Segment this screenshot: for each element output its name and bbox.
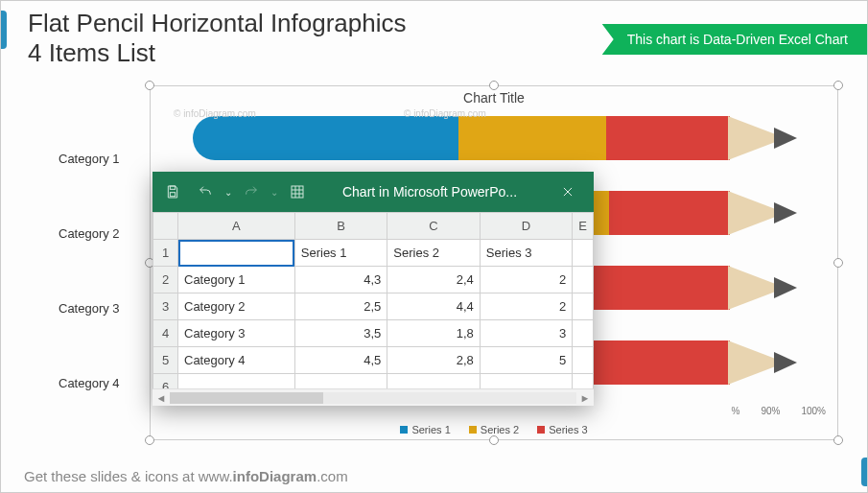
column-header[interactable]: E — [573, 213, 594, 240]
legend-item: Series 3 — [537, 424, 587, 435]
svg-rect-1 — [170, 193, 175, 197]
cell[interactable]: 1,8 — [387, 320, 481, 347]
excel-grid[interactable]: A B C D E 1 Series 1 Series 2 Series 3 2… — [152, 212, 594, 388]
cell[interactable]: 2,5 — [294, 293, 387, 320]
slide-subtitle: 4 Items List — [28, 38, 407, 68]
row-header[interactable]: 3 — [153, 293, 178, 320]
cell[interactable]: Category 1 — [178, 267, 295, 293]
datasheet-icon[interactable] — [281, 172, 314, 212]
slide-title: Flat Pencil Horizontal Infographics — [28, 9, 407, 38]
cell[interactable] — [573, 240, 594, 267]
watermark: © infoDiagram.com — [404, 108, 486, 119]
cell[interactable]: 2,4 — [387, 267, 481, 293]
select-all-cell[interactable] — [153, 213, 178, 240]
row-header[interactable]: 6 — [153, 374, 178, 389]
cell[interactable]: Category 3 — [178, 320, 295, 347]
cell[interactable]: 4,4 — [387, 293, 481, 320]
redo-dropdown-icon[interactable]: ⌄ — [268, 172, 281, 212]
watermark: © infoDiagram.com — [174, 108, 256, 119]
resize-handle[interactable] — [489, 435, 499, 445]
accent-bar-left — [1, 11, 7, 49]
scroll-track[interactable] — [170, 392, 576, 404]
category-label: Category 3 — [59, 270, 120, 345]
category-label: Category 2 — [59, 196, 120, 270]
legend-label: Series 2 — [481, 424, 519, 435]
scroll-thumb[interactable] — [170, 392, 323, 404]
cell[interactable] — [573, 347, 594, 374]
cell[interactable]: 4,5 — [294, 347, 387, 374]
cell[interactable]: Series 3 — [480, 240, 573, 267]
legend-swatch — [469, 426, 477, 434]
resize-handle[interactable] — [833, 258, 843, 268]
cell[interactable] — [387, 374, 481, 389]
cell[interactable]: 5 — [480, 347, 573, 374]
save-icon[interactable] — [156, 172, 189, 212]
slide-canvas: Flat Pencil Horizontal Infographics 4 It… — [0, 0, 868, 493]
cell[interactable]: Category 2 — [178, 293, 295, 320]
legend-label: Series 3 — [549, 424, 587, 435]
cell[interactable] — [573, 320, 594, 347]
legend-swatch — [400, 426, 408, 434]
cell[interactable]: Category 4 — [178, 347, 295, 374]
close-button[interactable] — [546, 172, 590, 212]
row-header[interactable]: 1 — [153, 240, 178, 267]
undo-icon[interactable] — [189, 172, 222, 212]
row-header[interactable]: 2 — [153, 267, 178, 293]
resize-handle[interactable] — [833, 81, 843, 90]
resize-handle[interactable] — [145, 435, 154, 445]
cell[interactable]: 4,3 — [294, 267, 387, 293]
x-axis-ticks: % 90% 100% — [732, 406, 827, 416]
row-header[interactable]: 4 — [153, 320, 178, 347]
cell[interactable]: 2,8 — [387, 347, 481, 374]
column-header[interactable]: A — [178, 213, 295, 240]
excel-window-title: Chart in Microsoft PowerPo... — [314, 184, 546, 200]
scroll-right-arrow-icon[interactable]: ► — [576, 392, 594, 404]
cell[interactable] — [294, 374, 387, 389]
legend-item: Series 2 — [469, 424, 519, 435]
svg-rect-2 — [292, 186, 303, 198]
cell[interactable]: Series 1 — [294, 240, 387, 267]
resize-handle[interactable] — [145, 81, 154, 90]
footer-brand: infoDiagram — [233, 468, 317, 484]
redo-icon[interactable] — [235, 172, 268, 212]
scroll-left-arrow-icon[interactable]: ◄ — [152, 392, 170, 404]
cell[interactable] — [480, 374, 573, 389]
cell[interactable] — [178, 240, 295, 267]
legend-label: Series 1 — [411, 424, 450, 435]
category-label: Category 4 — [59, 345, 120, 420]
category-axis-labels: Category 1 Category 2 Category 3 Categor… — [59, 121, 120, 420]
category-label: Category 1 — [59, 121, 120, 196]
cell[interactable]: 2 — [480, 293, 573, 320]
excel-titlebar[interactable]: ⌄ ⌄ Chart in Microsoft PowerPo... — [152, 172, 594, 212]
title-block: Flat Pencil Horizontal Infographics 4 It… — [28, 9, 407, 68]
footer-text: .com — [317, 468, 348, 484]
legend-item: Series 1 — [400, 424, 450, 435]
cell[interactable]: 3,5 — [294, 320, 387, 347]
cell[interactable]: 3 — [480, 320, 573, 347]
undo-dropdown-icon[interactable]: ⌄ — [222, 172, 235, 212]
column-header[interactable]: D — [480, 213, 573, 240]
cell[interactable]: 2 — [480, 267, 573, 293]
axis-tick: 100% — [801, 406, 826, 416]
cell[interactable] — [178, 374, 295, 389]
resize-handle[interactable] — [489, 81, 499, 90]
cell[interactable] — [573, 293, 594, 320]
footer-text: Get these slides & icons at www. — [24, 468, 233, 484]
chart-title[interactable]: Chart Title — [151, 90, 837, 106]
column-header[interactable]: B — [294, 213, 387, 240]
cell[interactable] — [573, 374, 594, 389]
axis-tick: 90% — [761, 406, 780, 416]
row-header[interactable]: 5 — [153, 347, 178, 374]
accent-bar-right — [861, 458, 867, 486]
axis-tick: % — [732, 406, 740, 416]
svg-rect-0 — [170, 186, 175, 189]
legend-swatch — [537, 426, 545, 434]
column-header[interactable]: C — [387, 213, 481, 240]
footer-credit: Get these slides & icons at www.infoDiag… — [24, 468, 348, 484]
cell[interactable] — [573, 267, 594, 293]
excel-chart-data-window[interactable]: ⌄ ⌄ Chart in Microsoft PowerPo... A B C … — [152, 172, 594, 406]
resize-handle[interactable] — [833, 435, 843, 445]
cell[interactable]: Series 2 — [387, 240, 481, 267]
ribbon-badge: This chart is Data-Driven Excel Chart — [602, 24, 867, 55]
horizontal-scrollbar[interactable]: ◄ ► — [152, 388, 594, 406]
